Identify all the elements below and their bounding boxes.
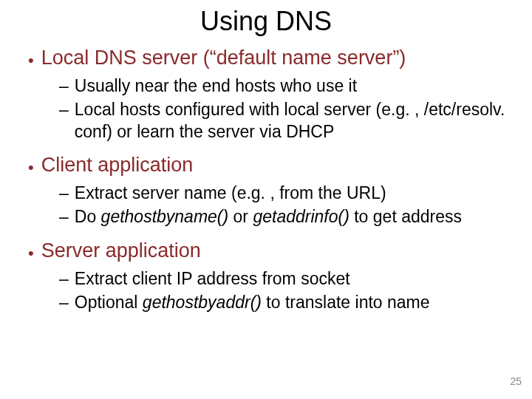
sub-bullet-text: Local hosts configured with local server… — [75, 99, 517, 143]
bullet-heading: Client application — [41, 153, 194, 178]
sub-bullet-text: Extract client IP address from socket — [75, 268, 350, 290]
slide-title: Using DNS — [0, 6, 532, 37]
sub-bullet-text: Usually near the end hosts who use it — [75, 75, 357, 98]
sub-bullet-list: – Usually near the end hosts who use it … — [15, 75, 517, 143]
sub-bullet-text: Extract server name (e.g. , from the URL… — [75, 183, 386, 205]
dash-icon: – — [59, 269, 69, 289]
bullet-heading: Local DNS server (“default name server”) — [41, 46, 406, 71]
bullet-item: • Client application – Extract server na… — [15, 153, 517, 228]
sub-bullet-item: – Usually near the end hosts who use it — [59, 75, 517, 98]
bullet-row: • Local DNS server (“default name server… — [15, 46, 517, 71]
text-prefix: Do — [75, 207, 101, 226]
bullet-item: • Local DNS server (“default name server… — [15, 46, 517, 143]
bullet-disc-icon: • — [28, 160, 34, 176]
slide-content: • Local DNS server (“default name server… — [0, 46, 532, 313]
bullet-disc-icon: • — [28, 245, 34, 262]
dash-icon: – — [59, 293, 69, 313]
bullet-row: • Server application — [15, 239, 517, 264]
dash-icon: – — [59, 207, 69, 227]
text-suffix: to get address — [349, 207, 462, 226]
sub-bullet-list: – Extract client IP address from socket … — [15, 268, 517, 314]
dash-icon: – — [59, 100, 69, 120]
sub-bullet-item: – Extract client IP address from socket — [59, 268, 517, 290]
sub-bullet-list: – Extract server name (e.g. , from the U… — [15, 183, 517, 228]
top-bullet-list: • Local DNS server (“default name server… — [15, 46, 517, 313]
text-suffix: to translate into name — [262, 293, 430, 312]
sub-bullet-item: – Do gethostbyname() or getaddrinfo() to… — [59, 206, 517, 228]
sub-bullet-text: Optional gethostbyaddr() to translate in… — [75, 292, 430, 314]
sub-bullet-item: – Local hosts configured with local serv… — [59, 99, 517, 143]
dash-icon: – — [59, 76, 69, 96]
text-em: getaddrinfo() — [253, 207, 349, 226]
page-number: 25 — [510, 375, 522, 387]
sub-bullet-item: – Extract server name (e.g. , from the U… — [59, 183, 517, 205]
sub-bullet-item: – Optional gethostbyaddr() to translate … — [59, 292, 517, 314]
bullet-item: • Server application – Extract client IP… — [15, 239, 517, 314]
bullet-heading: Server application — [41, 239, 201, 264]
text-em: gethostbyname() — [101, 207, 229, 226]
sub-bullet-text: Do gethostbyname() or getaddrinfo() to g… — [75, 206, 462, 228]
slide: Using DNS • Local DNS server (“default n… — [0, 6, 532, 399]
dash-icon: – — [59, 183, 69, 203]
text-prefix: Optional — [75, 293, 143, 312]
text-em: gethostbyaddr() — [143, 293, 262, 312]
bullet-disc-icon: • — [28, 52, 34, 69]
text-mid: or — [228, 207, 253, 226]
bullet-row: • Client application — [15, 153, 517, 178]
